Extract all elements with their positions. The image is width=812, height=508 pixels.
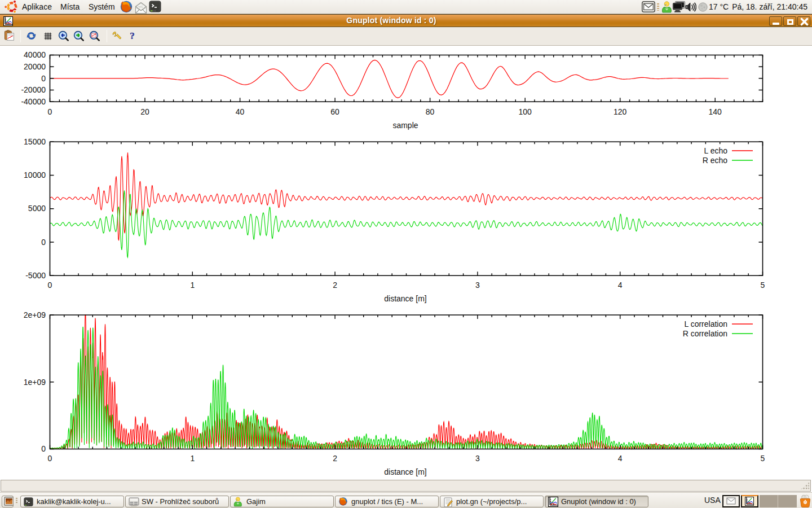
svg-text:3: 3 [475,454,480,463]
svg-text:distance [m]: distance [m] [384,467,426,476]
svg-text:140: 140 [709,107,722,116]
svg-text:3: 3 [475,281,480,290]
svg-text:5: 5 [761,454,765,463]
svg-text:1: 1 [190,281,195,290]
svg-text:-40000: -40000 [21,97,46,106]
svg-text:-5000: -5000 [25,271,46,280]
svg-text:?: ? [130,31,135,41]
svg-text:0: 0 [41,238,46,247]
svg-text:40000: 40000 [24,50,46,59]
svg-text:0: 0 [48,454,52,463]
svg-text:2e+09: 2e+09 [24,310,46,319]
svg-text:100: 100 [519,107,532,116]
svg-text:15000: 15000 [24,137,46,146]
svg-text:-20000: -20000 [21,85,46,94]
svg-text:0: 0 [41,444,46,453]
svg-text:20: 20 [140,107,149,116]
svg-text:sample: sample [392,121,418,130]
svg-text:4: 4 [618,281,623,290]
svg-text:distance [m]: distance [m] [384,294,426,303]
svg-text:R correlation: R correlation [683,329,727,338]
svg-text:4: 4 [618,454,623,463]
svg-text:5000: 5000 [28,204,46,213]
svg-text:60: 60 [330,107,339,116]
svg-text:0: 0 [48,281,52,290]
svg-text:20000: 20000 [24,62,46,71]
svg-text:40: 40 [236,107,245,116]
svg-text:R echo: R echo [703,156,728,165]
svg-text:0: 0 [41,74,46,83]
svg-text:0: 0 [48,107,52,116]
svg-text:2: 2 [333,454,337,463]
svg-text:1: 1 [190,454,195,463]
svg-text:10000: 10000 [24,170,46,179]
svg-text:120: 120 [614,107,627,116]
svg-text:1e+09: 1e+09 [24,378,46,387]
svg-text:L echo: L echo [704,146,727,155]
svg-text:80: 80 [426,107,435,116]
svg-text:L correlation: L correlation [684,319,727,329]
svg-text:2: 2 [333,281,337,290]
svg-text:5: 5 [761,281,765,290]
